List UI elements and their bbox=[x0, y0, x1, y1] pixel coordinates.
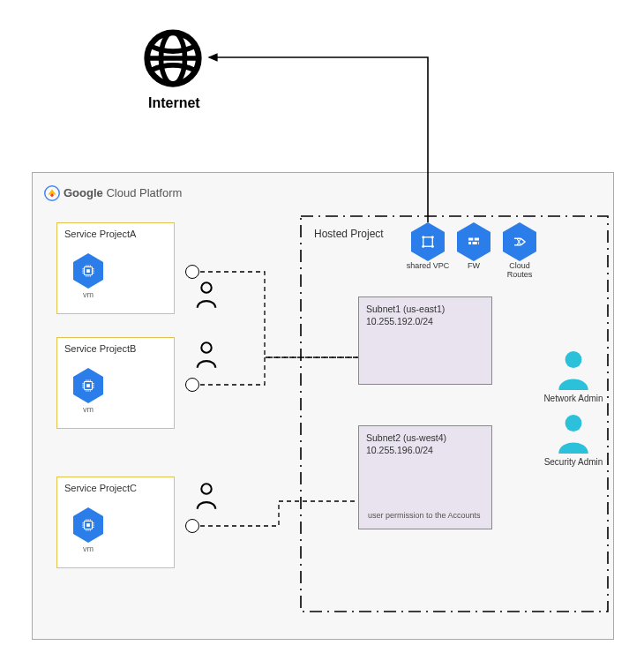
svg-rect-60 bbox=[478, 242, 479, 244]
resource-cloud-routes: Cloud Routes bbox=[503, 222, 542, 279]
vm-label: vm bbox=[73, 290, 103, 299]
svg-point-54 bbox=[422, 245, 424, 248]
vm-icon bbox=[73, 368, 103, 403]
security-admin-label: Security Admin bbox=[538, 457, 609, 467]
firewall-icon bbox=[457, 222, 490, 261]
resource-fw: FW bbox=[457, 222, 496, 270]
gcp-brand-rest: Cloud Platform bbox=[103, 186, 183, 199]
person-icon bbox=[555, 349, 592, 390]
svg-point-4 bbox=[50, 194, 53, 197]
svg-point-53 bbox=[431, 236, 434, 238]
gcp-label: Google Cloud Platform bbox=[64, 186, 182, 199]
svg-point-49 bbox=[201, 484, 211, 493]
endpoint-circle bbox=[185, 265, 199, 279]
subnet-2-cidr: 10.255.196.0/24 bbox=[366, 444, 484, 456]
vm-icon bbox=[73, 507, 103, 543]
svg-rect-57 bbox=[475, 238, 479, 241]
network-admin: Network Admin bbox=[538, 349, 609, 403]
service-project-a: Service ProjectA vm bbox=[56, 222, 175, 314]
svg-rect-20 bbox=[86, 384, 90, 387]
subnet-1-cidr: 10.255.192.0/24 bbox=[366, 315, 484, 327]
gcp-logo-icon bbox=[44, 185, 60, 205]
security-admin: Security Admin bbox=[538, 413, 609, 467]
gcp-brand-google: Google bbox=[64, 186, 103, 199]
network-admin-label: Network Admin bbox=[538, 394, 609, 403]
person-icon bbox=[555, 413, 592, 454]
svg-rect-58 bbox=[468, 242, 471, 244]
svg-point-47 bbox=[201, 282, 211, 292]
routes-icon bbox=[503, 222, 536, 261]
user-outline-icon bbox=[194, 341, 219, 372]
vpc-icon bbox=[411, 222, 445, 261]
service-project-a-title: Service ProjectA bbox=[57, 223, 174, 244]
svg-point-62 bbox=[565, 415, 582, 432]
svg-rect-56 bbox=[468, 238, 473, 241]
internet-icon bbox=[141, 26, 205, 94]
subnet-1: Subnet1 (us-east1) 10.255.192.0/24 bbox=[358, 296, 492, 385]
resource-shared-vpc: shared VPC bbox=[411, 222, 450, 270]
service-project-b: Service ProjectB vm bbox=[56, 337, 175, 429]
internet-label: Internet bbox=[148, 95, 200, 111]
vm-label: vm bbox=[73, 405, 103, 414]
endpoint-circle bbox=[185, 378, 199, 392]
subnet-2-name: Subnet2 (us-west4) bbox=[366, 432, 484, 444]
resource-label: Cloud Routes bbox=[498, 261, 542, 279]
subnet-2-note: user permission to the Accounts bbox=[363, 507, 486, 523]
service-project-c: Service ProjectC vm bbox=[56, 477, 175, 568]
vm-label: vm bbox=[73, 544, 103, 553]
endpoint-circle bbox=[185, 519, 199, 533]
svg-point-52 bbox=[422, 236, 424, 238]
hosted-project-label: Hosted Project bbox=[314, 228, 384, 240]
svg-point-48 bbox=[201, 342, 211, 352]
resource-label: shared VPC bbox=[406, 261, 450, 270]
subnet-2: Subnet2 (us-west4) 10.255.196.0/24 user … bbox=[358, 425, 492, 529]
service-project-b-title: Service ProjectB bbox=[57, 338, 174, 359]
user-outline-icon bbox=[194, 281, 219, 312]
svg-rect-34 bbox=[86, 523, 90, 527]
user-outline-icon bbox=[194, 482, 219, 514]
resource-label: FW bbox=[452, 261, 496, 270]
svg-rect-51 bbox=[423, 237, 433, 247]
subnet-1-name: Subnet1 (us-east1) bbox=[366, 303, 484, 315]
svg-point-61 bbox=[565, 351, 582, 368]
svg-point-55 bbox=[431, 245, 434, 248]
svg-rect-6 bbox=[86, 269, 90, 273]
svg-rect-59 bbox=[473, 242, 477, 244]
vm-icon bbox=[73, 253, 103, 289]
service-project-c-title: Service ProjectC bbox=[57, 477, 174, 499]
